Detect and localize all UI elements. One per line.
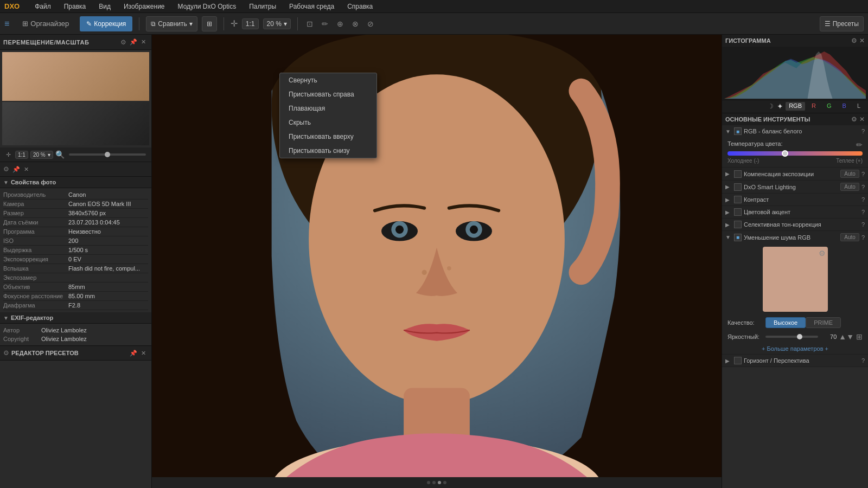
menu-workspace[interactable]: Рабочая среда: [287, 2, 336, 11]
move-zoom-settings-icon[interactable]: ⚙: [120, 38, 126, 46]
tool-color-accent-help[interactable]: ?: [861, 209, 865, 215]
zoom-slider-thumb[interactable]: [105, 152, 110, 157]
exif-settings-icon[interactable]: ⚙: [3, 165, 9, 173]
menu-modules[interactable]: Модули DxO Optics: [176, 2, 239, 11]
zoom-search-icon[interactable]: 🔍: [55, 150, 65, 159]
tools-close-icon[interactable]: ✕: [859, 115, 865, 123]
tool-contrast-help[interactable]: ?: [861, 196, 865, 203]
tool-contrast-header[interactable]: ▶ Контраст ?: [722, 194, 868, 206]
tool-noise-header[interactable]: ▼ ■ Уменьшение шума RGB Auto ?: [722, 231, 868, 243]
tool-exposure-header[interactable]: ▶ Компенсация экспозиции Auto ?: [722, 168, 868, 180]
tool-selective-tone-checkbox[interactable]: [734, 221, 742, 228]
presets-close-icon[interactable]: ✕: [138, 348, 148, 358]
menu-image[interactable]: Изображение: [122, 2, 167, 11]
ctx-item-hide[interactable]: Скрыть: [280, 115, 376, 130]
menu-file[interactable]: Файл: [33, 2, 53, 11]
dot-3[interactable]: [438, 481, 441, 484]
hist-channel-b[interactable]: B: [838, 102, 851, 111]
brightness-expand-icon[interactable]: ⊞: [856, 332, 863, 341]
menu-help[interactable]: Справка: [345, 2, 375, 11]
image-canvas[interactable]: [152, 35, 722, 477]
exif-pin-icon[interactable]: 📌: [11, 164, 21, 174]
tool-wb-help[interactable]: ?: [861, 128, 865, 134]
tool-selective-tone-header[interactable]: ▶ Селективная тон-коррекция ?: [722, 219, 868, 230]
move-zoom-close-icon[interactable]: ✕: [138, 37, 148, 47]
dot-4[interactable]: [443, 481, 446, 484]
ctx-item-minimize[interactable]: Свернуть: [280, 73, 376, 87]
hist-channel-r[interactable]: R: [807, 102, 820, 111]
clone-icon[interactable]: ⊗: [350, 18, 361, 29]
hist-tab-rgb[interactable]: RGB: [786, 102, 805, 111]
tool-smart-lighting-help[interactable]: ?: [861, 184, 865, 190]
menu-edit[interactable]: Правка: [62, 2, 88, 11]
add-nav-icon[interactable]: ✛: [3, 150, 13, 159]
menu-view[interactable]: Вид: [97, 2, 113, 11]
histogram-close-icon[interactable]: ✕: [859, 37, 865, 44]
wb-slider-track[interactable]: [727, 151, 863, 156]
noise-swatch-settings[interactable]: ⚙: [819, 249, 826, 258]
brightness-slider[interactable]: [765, 336, 818, 338]
presets-pin-icon[interactable]: 📌: [129, 348, 138, 358]
photo-props-header[interactable]: ▼ Свойства фото: [0, 177, 151, 188]
more-params[interactable]: + Больше параметров +: [722, 343, 868, 354]
presets-button[interactable]: ☰ Пресеты: [820, 16, 864, 31]
crop-icon[interactable]: ⊡: [304, 18, 315, 29]
hist-channel-l[interactable]: L: [853, 102, 865, 111]
dot-2[interactable]: [432, 481, 436, 484]
ctx-item-dock-bottom[interactable]: Пристыковать снизу: [280, 144, 376, 158]
move-tool-icon[interactable]: ✛: [231, 18, 238, 29]
presets-panel-header[interactable]: ⚙ РЕДАКТОР ПРЕСЕТОВ 📌 ✕: [0, 345, 151, 361]
wb-eyedropper-icon[interactable]: ✏: [856, 140, 863, 149]
dot-1[interactable]: [427, 481, 430, 484]
tool-noise-auto[interactable]: Auto: [840, 233, 859, 241]
tool-selective-tone-help[interactable]: ?: [861, 221, 865, 228]
tool-noise-help[interactable]: ?: [861, 234, 865, 241]
nav-thumb-2[interactable]: [2, 102, 149, 145]
hist-channel-g[interactable]: G: [822, 102, 836, 111]
tool-contrast-checkbox[interactable]: [734, 196, 742, 203]
brightness-thumb[interactable]: [797, 334, 802, 339]
tool-exposure-help[interactable]: ?: [861, 171, 865, 177]
exif-close-icon[interactable]: ✕: [21, 164, 31, 174]
repair-icon[interactable]: ⊕: [335, 18, 346, 29]
zoom-slider[interactable]: [69, 153, 146, 156]
tab-correction[interactable]: ✎ Коррекция: [80, 16, 132, 31]
quality-prime-button[interactable]: PRIME: [806, 317, 841, 328]
compare-button[interactable]: ⧉ Сравнить ▾: [146, 16, 197, 31]
zoom-percent-small[interactable]: 20 % ▾: [30, 151, 53, 159]
tool-horizon-checkbox[interactable]: [734, 357, 742, 364]
ctx-item-dock-right[interactable]: Пристыковать справа: [280, 87, 376, 101]
tool-wb-checkbox[interactable]: ■: [734, 127, 742, 135]
hist-sun-icon[interactable]: ✦: [777, 102, 783, 111]
tool-horizon-help[interactable]: ?: [861, 357, 865, 364]
eyedropper-icon[interactable]: ⊘: [365, 18, 376, 29]
tools-settings-icon[interactable]: ⚙: [851, 115, 857, 123]
ctx-item-floating[interactable]: Плавающая: [280, 101, 376, 115]
nav-thumb-1[interactable]: [2, 52, 149, 101]
exif-section-header[interactable]: ⚙ 📌 ✕: [0, 162, 151, 177]
presets-settings-icon[interactable]: ⚙: [3, 349, 9, 357]
histogram-settings-icon[interactable]: ⚙: [851, 37, 857, 44]
brightness-up-icon[interactable]: ▲: [839, 332, 846, 341]
brush-icon[interactable]: ✏: [320, 18, 330, 29]
wb-slider-thumb[interactable]: [782, 150, 788, 157]
tool-color-accent-checkbox[interactable]: [734, 208, 742, 216]
tool-exposure-checkbox[interactable]: [734, 170, 742, 178]
tool-exposure-auto[interactable]: Auto: [840, 170, 859, 178]
ctx-item-dock-top[interactable]: Пристыковать вверху: [280, 130, 376, 144]
tool-smart-lighting-auto[interactable]: Auto: [840, 183, 859, 191]
quality-high-button[interactable]: Высокое: [765, 317, 806, 328]
tool-color-accent-header[interactable]: ▶ Цветовой акцент ?: [722, 206, 868, 218]
tool-wb-header[interactable]: ▼ ■ RGB - баланс белого ?: [722, 125, 868, 137]
tool-noise-checkbox[interactable]: ■: [734, 234, 742, 241]
grid-view-button[interactable]: ⊞: [202, 16, 217, 31]
move-zoom-pin-icon[interactable]: 📌: [129, 37, 138, 47]
brightness-down-icon[interactable]: ▼: [846, 332, 854, 341]
hist-moon-icon[interactable]: ☽: [768, 102, 774, 110]
exif-editor-header[interactable]: ▼ EXIF-редактор: [0, 312, 151, 324]
tool-horizon-header[interactable]: ▶ Горизонт / Перспектива ?: [722, 355, 868, 367]
tool-smart-lighting-checkbox[interactable]: [734, 183, 742, 191]
zoom-percent-display[interactable]: 20 % ▾: [263, 18, 291, 29]
tool-smart-lighting-header[interactable]: ▶ DxO Smart Lighting Auto ?: [722, 181, 868, 193]
menu-palettes[interactable]: Палитры: [247, 2, 278, 11]
